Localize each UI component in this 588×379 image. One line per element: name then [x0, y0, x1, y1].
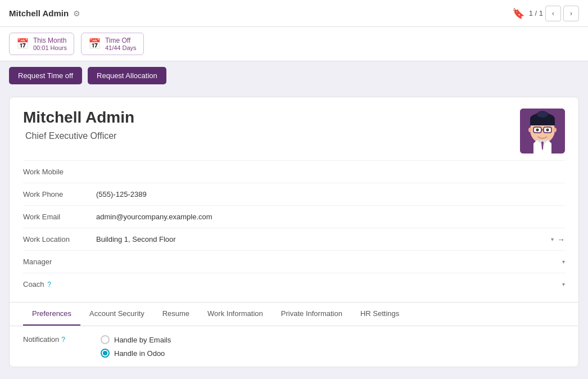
field-work-location: Work Location Building 1, Second Floor ▾… [23, 228, 565, 250]
option-handle-by-emails[interactable]: Handle by Emails [101, 335, 171, 344]
radio-handle-in-odoo[interactable] [101, 349, 110, 358]
request-time-off-button[interactable]: Request Time off [9, 67, 82, 84]
work-location-dropdown-icon[interactable]: ▾ [551, 236, 554, 242]
coach-label: Coach ? [23, 280, 96, 288]
work-location-value[interactable]: Building 1, Second Floor [96, 235, 551, 243]
stat-this-month-label: This Month [33, 37, 67, 44]
page-title: Mitchell Admin [9, 8, 69, 18]
field-coach: Coach ? ▾ [23, 273, 565, 295]
profile-header: Mitchell Admin Chief Executive Officer [10, 97, 578, 160]
coach-dropdown-icon[interactable]: ▾ [562, 281, 565, 287]
top-bar-right: 🔖 1 / 1 ‹ › [512, 6, 579, 21]
next-button[interactable]: › [563, 6, 579, 21]
coach-help-icon[interactable]: ? [47, 281, 51, 288]
option-handle-by-emails-label: Handle by Emails [114, 336, 171, 344]
notification-help-icon[interactable]: ? [61, 336, 65, 344]
svg-point-12 [546, 129, 549, 132]
radio-handle-by-emails[interactable] [101, 335, 110, 344]
calendar-icon: 📅 [16, 38, 29, 50]
action-bar: Request Time off Request Allocation [0, 61, 588, 90]
svg-point-11 [536, 129, 539, 132]
stat-time-off: 📅 Time Off 41/44 Days [81, 33, 144, 55]
avatar [520, 109, 565, 154]
request-allocation-button[interactable]: Request Allocation [88, 67, 166, 84]
svg-point-13 [528, 128, 532, 132]
profile-name: Mitchell Admin [23, 109, 134, 127]
profile-card: Mitchell Admin Chief Executive Officer [9, 97, 579, 367]
tab-work-information[interactable]: Work Information [198, 303, 272, 326]
work-email-label: Work Email [23, 213, 96, 221]
notification-text: Notification [23, 335, 59, 344]
stat-time-off-value: 41/44 Days [105, 44, 137, 51]
manager-dropdown-icon[interactable]: ▾ [562, 259, 565, 265]
main-content: Mitchell Admin Chief Executive Officer [0, 90, 588, 374]
top-bar: Mitchell Admin ⚙ 🔖 1 / 1 ‹ › [0, 0, 588, 27]
profile-fields: Work Mobile Work Phone (555)-125-2389 Wo… [10, 160, 578, 302]
tab-hr-settings[interactable]: HR Settings [351, 303, 408, 326]
work-phone-label: Work Phone [23, 190, 96, 198]
prev-button[interactable]: ‹ [545, 6, 561, 21]
work-location-actions: ▾ → [551, 235, 565, 244]
notification-label: Notification ? [23, 335, 96, 344]
work-email-value[interactable]: admin@yourcompany.example.com [96, 213, 565, 221]
avatar-image [520, 109, 565, 154]
tab-content-preferences: Notification ? Handle by Emails Handle i… [10, 326, 578, 367]
stat-time-off-text: Time Off 41/44 Days [105, 37, 137, 51]
stat-this-month-value: 00:01 Hours [33, 44, 67, 51]
profile-info: Mitchell Admin Chief Executive Officer [23, 109, 134, 141]
notification-options: Handle by Emails Handle in Odoo [101, 335, 171, 358]
stat-time-off-label: Time Off [105, 37, 137, 44]
field-manager: Manager ▾ [23, 250, 565, 273]
notification-row: Notification ? Handle by Emails Handle i… [23, 335, 565, 358]
work-location-label: Work Location [23, 235, 96, 243]
bookmark-icon[interactable]: 🔖 [512, 7, 524, 20]
top-bar-left: Mitchell Admin ⚙ [9, 8, 80, 18]
work-mobile-label: Work Mobile [23, 168, 96, 176]
profile-title: Chief Executive Officer [23, 131, 134, 141]
option-handle-in-odoo-label: Handle in Odoo [114, 349, 165, 358]
tabs-container: Preferences Account Security Resume Work… [10, 302, 578, 326]
field-work-email: Work Email admin@yourcompany.example.com [23, 205, 565, 228]
calendar-icon-2: 📅 [88, 38, 101, 50]
pagination-text: 1 / 1 [529, 9, 543, 17]
stat-this-month-text: This Month 00:01 Hours [33, 37, 67, 51]
work-location-link-icon[interactable]: → [557, 235, 565, 244]
stat-this-month: 📅 This Month 00:01 Hours [9, 33, 74, 55]
svg-point-14 [553, 128, 557, 132]
field-work-mobile: Work Mobile [23, 160, 565, 183]
stats-bar: 📅 This Month 00:01 Hours 📅 Time Off 41/4… [0, 27, 588, 61]
field-work-phone: Work Phone (555)-125-2389 [23, 183, 565, 205]
tab-private-information[interactable]: Private Information [272, 303, 351, 326]
tab-resume[interactable]: Resume [153, 303, 198, 326]
pagination: 1 / 1 ‹ › [529, 6, 579, 21]
manager-label: Manager [23, 258, 96, 266]
tab-account-security[interactable]: Account Security [80, 303, 153, 326]
tab-preferences[interactable]: Preferences [23, 303, 80, 326]
option-handle-in-odoo[interactable]: Handle in Odoo [101, 349, 171, 358]
work-phone-value[interactable]: (555)-125-2389 [96, 190, 565, 198]
svg-point-5 [537, 111, 548, 118]
gear-icon[interactable]: ⚙ [73, 9, 80, 18]
